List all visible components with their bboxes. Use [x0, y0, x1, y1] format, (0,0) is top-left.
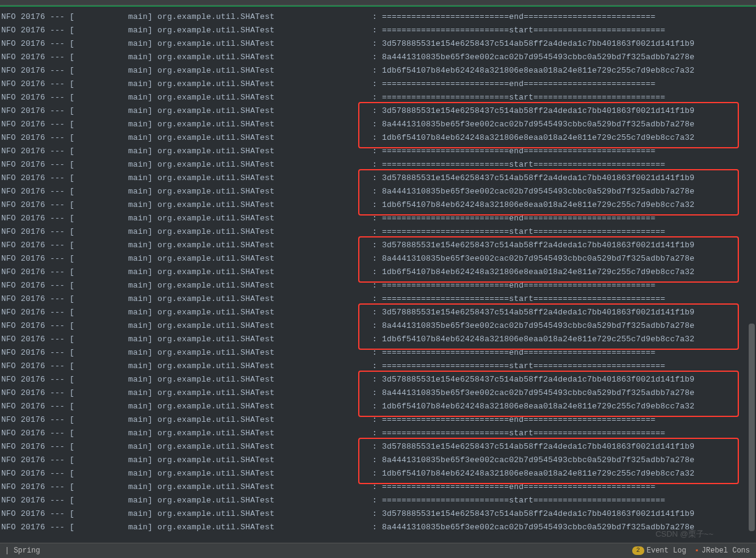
log-line: NFO 20176 --- [ main] org.example.util.S… [1, 319, 756, 333]
log-line: NFO 20176 --- [ main] org.example.util.S… [1, 131, 756, 145]
log-line: NFO 20176 --- [ main] org.example.util.S… [1, 494, 756, 507]
log-line: NFO 20176 --- [ main] org.example.util.S… [1, 292, 756, 306]
log-line: NFO 20176 --- [ main] org.example.util.S… [1, 158, 756, 172]
log-line: NFO 20176 --- [ main] org.example.util.S… [1, 225, 756, 239]
log-line: NFO 20176 --- [ main] org.example.util.S… [1, 185, 756, 198]
log-line: NFO 20176 --- [ main] org.example.util.S… [1, 24, 756, 37]
log-line: NFO 20176 --- [ main] org.example.util.S… [1, 104, 756, 118]
log-line: NFO 20176 --- [ main] org.example.util.S… [1, 386, 756, 400]
log-line: NFO 20176 --- [ main] org.example.util.S… [1, 507, 756, 521]
log-line: NFO 20176 --- [ main] org.example.util.S… [1, 64, 756, 78]
log-line: NFO 20176 --- [ main] org.example.util.S… [1, 37, 756, 51]
log-line: NFO 20176 --- [ main] org.example.util.S… [1, 306, 756, 319]
log-line: NFO 20176 --- [ main] org.example.util.S… [1, 480, 756, 494]
jrebel-label: JRebel Cons [702, 546, 750, 555]
log-line: NFO 20176 --- [ main] org.example.util.S… [1, 427, 756, 440]
log-line: NFO 20176 --- [ main] org.example.util.S… [1, 373, 756, 386]
log-line: NFO 20176 --- [ main] org.example.util.S… [1, 10, 756, 24]
console-output[interactable]: NFO 20176 --- [ main] org.example.util.S… [0, 7, 756, 535]
log-line: NFO 20176 --- [ main] org.example.util.S… [1, 440, 756, 454]
log-line: NFO 20176 --- [ main] org.example.util.S… [1, 212, 756, 225]
jrebel-icon: ▪ [695, 546, 699, 555]
log-line: NFO 20176 --- [ main] org.example.util.S… [1, 145, 756, 158]
log-line: NFO 20176 --- [ main] org.example.util.S… [1, 118, 756, 131]
log-line: NFO 20176 --- [ main] org.example.util.S… [1, 279, 756, 292]
event-log-button[interactable]: 2 Event Log [632, 546, 686, 555]
scrollbar-thumb[interactable] [749, 324, 755, 531]
log-line: NFO 20176 --- [ main] org.example.util.S… [1, 521, 756, 534]
log-line: NFO 20176 --- [ main] org.example.util.S… [1, 198, 756, 212]
window-titlebar [0, 0, 756, 5]
log-line: NFO 20176 --- [ main] org.example.util.S… [1, 239, 756, 252]
log-line: NFO 20176 --- [ main] org.example.util.S… [1, 400, 756, 413]
notification-count-badge: 2 [632, 546, 644, 555]
log-line: NFO 20176 --- [ main] org.example.util.S… [1, 333, 756, 346]
log-line: NFO 20176 --- [ main] org.example.util.S… [1, 360, 756, 373]
log-line: NFO 20176 --- [ main] org.example.util.S… [1, 51, 756, 64]
status-bar: | Spring 2 Event Log ▪ JRebel Cons [0, 543, 756, 558]
log-line: NFO 20176 --- [ main] org.example.util.S… [1, 78, 756, 91]
log-line: NFO 20176 --- [ main] org.example.util.S… [1, 252, 756, 266]
event-log-label: Event Log [647, 546, 686, 555]
log-line: NFO 20176 --- [ main] org.example.util.S… [1, 91, 756, 104]
log-line: NFO 20176 --- [ main] org.example.util.S… [1, 467, 756, 480]
log-line: NFO 20176 --- [ main] org.example.util.S… [1, 172, 756, 185]
log-line: NFO 20176 --- [ main] org.example.util.S… [1, 346, 756, 360]
jrebel-console-button[interactable]: ▪ JRebel Cons [695, 546, 750, 555]
status-left-text[interactable]: | Spring [0, 546, 624, 555]
log-line: NFO 20176 --- [ main] org.example.util.S… [1, 413, 756, 427]
vertical-scrollbar[interactable] [749, 24, 755, 534]
log-line: NFO 20176 --- [ main] org.example.util.S… [1, 454, 756, 467]
log-line: NFO 20176 --- [ main] org.example.util.S… [1, 266, 756, 279]
